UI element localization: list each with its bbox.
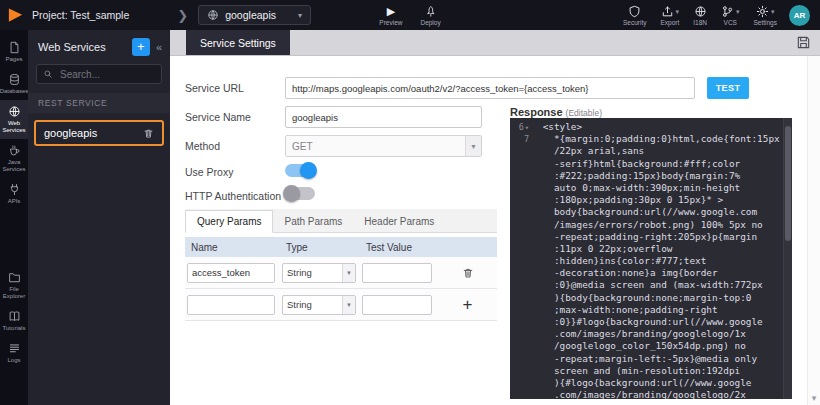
- brand-logo[interactable]: [0, 0, 30, 30]
- code-line: /googlelogo_color_150x54dp.png) no: [510, 340, 792, 352]
- param-type-select[interactable]: String▼: [282, 263, 356, 283]
- param-type-value: String: [283, 299, 342, 310]
- line-number: [510, 292, 532, 304]
- param-name-input[interactable]: [187, 263, 275, 283]
- sidebar-item-apis[interactable]: APIs: [0, 178, 28, 210]
- avatar[interactable]: AR: [789, 5, 810, 26]
- code-line: :#222;padding:15px}body{margin:7%: [510, 170, 792, 182]
- add-row-icon[interactable]: +: [463, 298, 473, 312]
- i18n-button[interactable]: I18N: [693, 5, 707, 26]
- deploy-button[interactable]: Deploy: [420, 5, 440, 26]
- param-type-select[interactable]: String▼: [282, 295, 356, 315]
- http-authentication-toggle[interactable]: [285, 187, 315, 200]
- search-input[interactable]: [58, 68, 155, 81]
- column-header: Name: [185, 242, 280, 253]
- code-text: -serif}html{background:#fff;color: [532, 158, 740, 170]
- method-select[interactable]: GET ▼: [285, 135, 482, 157]
- topbar-right-actions: Security▾ExportI18N▾VCS▾Settings: [623, 5, 777, 26]
- export-button[interactable]: ▾Export: [660, 5, 679, 26]
- code-line: :0}@media screen and (max-width:772px: [510, 279, 792, 291]
- sidebar-item-label: Pages: [5, 56, 22, 63]
- scroll-down-icon[interactable]: ▾: [808, 393, 820, 403]
- preview-button[interactable]: ▶ Preview: [379, 5, 402, 26]
- export-icon: [661, 5, 674, 18]
- settings-button[interactable]: ▾Settings: [754, 5, 778, 26]
- trash-icon[interactable]: [143, 128, 154, 139]
- tab-service-settings[interactable]: Service Settings: [186, 30, 290, 55]
- add-service-button[interactable]: +: [132, 38, 150, 56]
- column-header: Test Value: [360, 242, 438, 253]
- main-area: Service Settings Service URL TEST Servic…: [170, 30, 820, 405]
- line-number: [510, 194, 532, 206]
- param-name-input[interactable]: [187, 295, 275, 315]
- sidebar-item-label: Tutorials: [3, 325, 26, 332]
- code-line: -repeat;margin-left:-5px}@media only: [510, 353, 792, 365]
- i18n-label: I18N: [693, 19, 707, 26]
- use-proxy-label: Use Proxy: [185, 166, 233, 178]
- service-url-input[interactable]: [285, 77, 695, 99]
- param-test-value-input[interactable]: [362, 263, 432, 283]
- chevron-down-icon: ▾: [736, 8, 740, 16]
- code-text: .com/images/branding/googlelogo/1x: [532, 328, 746, 340]
- line-number: [510, 219, 532, 231]
- save-icon[interactable]: [796, 35, 811, 50]
- editor-scrollbar[interactable]: [783, 118, 792, 399]
- chevron-down-icon: ▾: [771, 8, 775, 16]
- service-list-item-googleapis[interactable]: googleapis: [34, 120, 164, 146]
- sidebar-item-tutorials[interactable]: Tutorials: [0, 305, 28, 337]
- params-table: NameTypeTest Value String▼String▼+: [185, 237, 497, 321]
- sidebar-item-label: Web Services: [1, 120, 27, 134]
- response-editor[interactable]: 6▾ <style>7 *{margin:0;padding:0}html,co…: [510, 118, 792, 399]
- code-line: screen and (min-resolution:192dpi: [510, 365, 792, 377]
- fold-icon[interactable]: ▾: [525, 124, 529, 132]
- vcs-button[interactable]: ▾VCS: [721, 5, 740, 26]
- code-text: screen and (min-resolution:192dpi: [532, 365, 740, 377]
- code-line: -repeat;padding-right:205px}p{margin: [510, 231, 792, 243]
- shield-icon: [628, 5, 641, 18]
- tab-query-params[interactable]: Query Params: [185, 210, 273, 233]
- code-line: /images/errors/robot.png) 100% 5px no: [510, 219, 792, 231]
- code-text: -decoration:none}a img{border: [532, 267, 718, 279]
- code-line: -serif}html{background:#fff;color: [510, 158, 792, 170]
- rest-service-section-label: REST SERVICE: [28, 93, 170, 113]
- preview-label: Preview: [379, 19, 402, 26]
- sidebar-item-file-explorer[interactable]: File Explorer: [0, 266, 28, 305]
- use-proxy-toggle[interactable]: [285, 164, 315, 177]
- app-root: Project: Test_sample ❯ googleapis ▾ ▶ Pr…: [0, 0, 820, 405]
- method-label: Method: [185, 140, 220, 152]
- tab-path-params[interactable]: Path Params: [273, 211, 353, 232]
- code-text: :11px 0 22px;overflow: [532, 243, 672, 255]
- brand-logo-icon: [6, 6, 25, 25]
- search-box[interactable]: [36, 64, 162, 84]
- toggle-knob: [300, 162, 317, 179]
- sidebar-item-web-services[interactable]: Web Services: [0, 100, 28, 139]
- service-name-input[interactable]: [285, 106, 482, 128]
- main-scrollbar[interactable]: ▾: [807, 56, 820, 405]
- pages-icon: [8, 41, 21, 54]
- deploy-label: Deploy: [420, 19, 440, 26]
- code-line: :180px;padding:30px 0 15px}* >: [510, 194, 792, 206]
- collapse-panel-icon[interactable]: «: [156, 41, 162, 53]
- tab-header-params[interactable]: Header Params: [353, 211, 445, 232]
- line-number: [510, 145, 532, 157]
- line-number: [510, 267, 532, 279]
- param-test-value-input[interactable]: [362, 295, 432, 315]
- sidebar-item-pages[interactable]: Pages: [0, 36, 28, 68]
- security-label: Security: [623, 19, 646, 26]
- sidebar-item-databases[interactable]: Databases: [0, 68, 28, 100]
- primary-sidebar: PagesDatabasesWeb ServicesJava ServicesA…: [0, 30, 28, 405]
- trash-icon[interactable]: [462, 267, 474, 279]
- code-line: :0}}#logo{background:url(//www.google: [510, 316, 792, 328]
- sidebar-item-java-services[interactable]: Java Services: [0, 139, 28, 178]
- code-line: :hidden}ins{color:#777;text: [510, 255, 792, 267]
- line-number: [510, 182, 532, 194]
- editor-scrollbar-thumb[interactable]: [785, 126, 791, 241]
- code-text: body{background:url(//www.google.com: [532, 206, 757, 218]
- test-button[interactable]: TEST: [707, 77, 749, 99]
- search-icon: [43, 69, 53, 79]
- sidebar-item-logs[interactable]: Logs: [0, 337, 28, 369]
- topbar-center: ▶ Preview Deploy: [379, 0, 440, 30]
- security-button[interactable]: Security: [623, 5, 646, 26]
- service-selector[interactable]: googleapis ▾: [198, 5, 311, 25]
- line-number: [510, 304, 532, 316]
